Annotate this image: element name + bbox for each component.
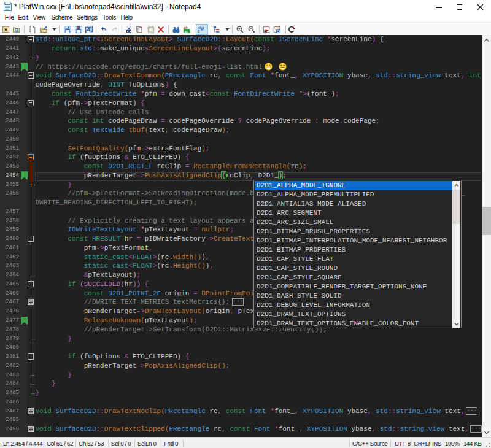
svg-text:ac: ac [185,29,188,33]
svg-text:c: c [198,29,200,33]
